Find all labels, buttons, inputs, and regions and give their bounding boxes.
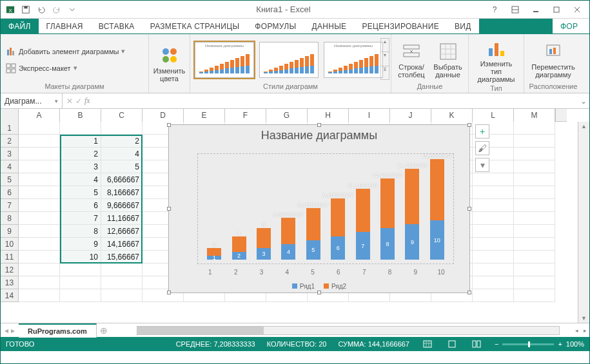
resize-handle[interactable]: [167, 207, 171, 211]
cell[interactable]: [473, 276, 514, 289]
minimize-button[interactable]: [526, 3, 546, 17]
cell[interactable]: [473, 199, 514, 212]
column-header[interactable]: H: [308, 109, 349, 122]
column-header[interactable]: A: [19, 109, 60, 122]
chart-style-1[interactable]: Название диаграммы: [195, 42, 254, 78]
resize-handle[interactable]: [167, 291, 171, 294]
cell[interactable]: [19, 225, 60, 238]
move-chart-button[interactable]: Переместить диаграмму: [529, 40, 577, 80]
redo-icon[interactable]: [50, 3, 64, 17]
excel-icon[interactable]: X: [3, 3, 17, 17]
close-button[interactable]: [567, 3, 587, 17]
tab-review[interactable]: РЕЦЕНЗИРОВАНИЕ: [354, 19, 447, 34]
cell[interactable]: [101, 276, 143, 289]
tab-view[interactable]: ВИД: [447, 19, 479, 34]
cell[interactable]: [514, 251, 555, 263]
save-icon[interactable]: [19, 3, 33, 17]
sheet-tab[interactable]: RuPrograms.com: [19, 323, 97, 338]
cell[interactable]: [514, 160, 555, 173]
cell[interactable]: 9: [60, 238, 101, 251]
sheet-prev-icon[interactable]: ◂: [5, 326, 8, 335]
cell[interactable]: [514, 212, 555, 225]
scroll-down-icon[interactable]: ▼: [581, 315, 587, 321]
cell[interactable]: [19, 148, 60, 160]
cell[interactable]: 2: [101, 135, 143, 148]
row-header[interactable]: 12: [1, 263, 19, 276]
fx-icon[interactable]: fx: [84, 96, 90, 106]
qat-dropdown-icon[interactable]: [65, 3, 79, 17]
cell[interactable]: [19, 135, 60, 148]
hscroll-right-icon[interactable]: ▸: [581, 327, 589, 334]
row-header[interactable]: 2: [1, 135, 19, 148]
cell[interactable]: [473, 173, 514, 186]
column-header[interactable]: G: [266, 109, 308, 122]
row-header[interactable]: 1: [1, 122, 19, 135]
plus-icon[interactable]: +: [475, 124, 489, 139]
cell[interactable]: 6,666667: [101, 173, 143, 186]
hscroll-left-icon[interactable]: ◂: [573, 327, 581, 334]
name-box[interactable]: Диаграм... ▾: [1, 93, 63, 108]
cell[interactable]: 1: [60, 135, 101, 148]
cell[interactable]: [19, 276, 60, 289]
row-header[interactable]: 10: [1, 238, 19, 251]
cell[interactable]: [514, 122, 555, 135]
cell[interactable]: [473, 251, 514, 263]
select-data-button[interactable]: Выбрать данные: [431, 40, 464, 80]
expand-formula-bar-icon[interactable]: ⌄: [578, 97, 589, 106]
cell[interactable]: [473, 263, 514, 276]
brush-icon[interactable]: 🖌: [475, 141, 489, 155]
enter-formula-icon[interactable]: ✓: [75, 97, 82, 106]
row-header[interactable]: 8: [1, 212, 19, 225]
cell[interactable]: [514, 199, 555, 212]
column-header[interactable]: I: [349, 109, 390, 122]
change-colors-button[interactable]: Изменить цвета: [153, 44, 186, 84]
scroll-up-icon[interactable]: ▲: [581, 123, 587, 129]
undo-icon[interactable]: [34, 3, 48, 17]
cell[interactable]: [19, 251, 60, 263]
zoom-slider[interactable]: [502, 343, 554, 345]
formula-input[interactable]: [94, 93, 578, 108]
cell[interactable]: 8,166667: [101, 186, 143, 199]
tab-formulas[interactable]: ФОРМУЛЫ: [247, 19, 304, 34]
cell[interactable]: [514, 225, 555, 238]
row-header[interactable]: 13: [1, 276, 19, 289]
sheet-next-icon[interactable]: ▸: [11, 326, 15, 335]
resize-handle[interactable]: [467, 207, 471, 211]
cell[interactable]: 4: [60, 173, 101, 186]
cell[interactable]: [514, 238, 555, 251]
column-header[interactable]: J: [390, 109, 431, 122]
cell[interactable]: [514, 289, 555, 302]
plot-area[interactable]: 2 1 4 2 5 3 6,66666667 4 8,16666667 5 9,…: [197, 153, 454, 264]
cell[interactable]: 8: [60, 225, 101, 238]
add-sheet-button[interactable]: ⊕: [97, 325, 111, 336]
zoom-out-button[interactable]: −: [495, 340, 498, 348]
cell[interactable]: [101, 289, 143, 302]
help-button[interactable]: ?: [485, 3, 504, 17]
cell[interactable]: 15,66667: [101, 251, 143, 263]
cell[interactable]: [60, 276, 101, 289]
cell[interactable]: [473, 238, 514, 251]
cell[interactable]: [101, 263, 143, 276]
cell[interactable]: [514, 263, 555, 276]
column-header[interactable]: E: [184, 109, 225, 122]
resize-handle[interactable]: [167, 123, 171, 127]
cell[interactable]: 14,16667: [101, 238, 143, 251]
cell[interactable]: [514, 186, 555, 199]
chart-title[interactable]: Название диаграммы: [169, 125, 469, 144]
chart-legend[interactable]: Ряд1 Ряд2: [169, 283, 469, 290]
chart-style-2[interactable]: [259, 42, 319, 78]
cell[interactable]: 12,66667: [101, 225, 143, 238]
cell[interactable]: [19, 199, 60, 212]
cell[interactable]: [19, 122, 60, 135]
cell[interactable]: [60, 122, 101, 135]
row-header[interactable]: 9: [1, 225, 19, 238]
cell[interactable]: [473, 212, 514, 225]
cell[interactable]: [514, 276, 555, 289]
cell[interactable]: [19, 212, 60, 225]
column-header[interactable]: D: [143, 109, 184, 122]
cell[interactable]: [19, 289, 60, 302]
horizontal-scrollbar[interactable]: [137, 326, 560, 335]
filter-icon[interactable]: ▾: [475, 158, 489, 172]
column-header[interactable]: B: [60, 109, 101, 122]
resize-handle[interactable]: [467, 291, 471, 294]
